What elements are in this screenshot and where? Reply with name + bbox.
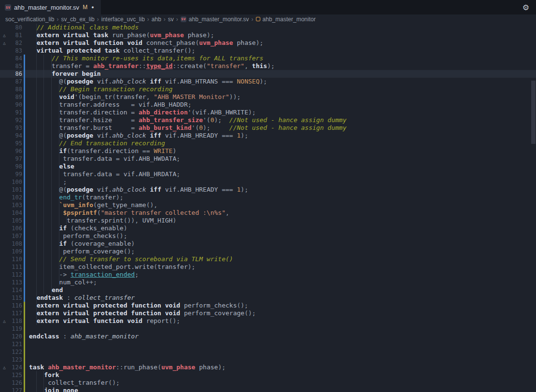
line-number[interactable]: 114 [9, 286, 22, 294]
code-line-86[interactable]: 86forever begin [0, 70, 536, 78]
line-number[interactable]: 95 [9, 140, 22, 147]
line-number[interactable]: 89 [9, 93, 22, 101]
code-line-85[interactable]: 85transfer = ahb_transfer::type_id::crea… [0, 62, 536, 70]
line-number[interactable]: 102 [9, 194, 22, 201]
line-number[interactable]: 90 [9, 101, 22, 109]
code-line-106[interactable]: 106if (checks_enable) [0, 224, 536, 232]
code-line-102[interactable]: 102end_tr(transfer); [0, 194, 536, 201]
code-line-98[interactable]: 98else [0, 163, 536, 170]
code-line-114[interactable]: 114end [0, 286, 536, 294]
line-number[interactable]: 96 [9, 147, 22, 155]
line-number[interactable]: 84 [9, 55, 22, 62]
code-line-121[interactable]: 121 [0, 340, 536, 348]
code-line-105[interactable]: 105transfer.sprint()), UVM_HIGH) [0, 217, 536, 224]
line-number[interactable]: 117 [9, 309, 22, 317]
line-number[interactable]: 118 [9, 317, 22, 325]
line-number[interactable]: 112 [9, 271, 22, 279]
code-line-80[interactable]: 80// Additional class methods [0, 24, 536, 31]
gear-icon[interactable]: ⚙ [516, 0, 536, 14]
line-number[interactable]: 126 [9, 379, 22, 387]
code-line-97[interactable]: 97transfer.data = vif.AHB_HWDATA; [0, 155, 536, 163]
line-number[interactable]: 92 [9, 116, 22, 124]
code-line-110[interactable]: 110// Send transfer to scoreboard via TL… [0, 255, 536, 263]
code-line-103[interactable]: 103`uvm_info(get_type_name(), [0, 201, 536, 209]
line-number[interactable]: 119 [9, 325, 22, 333]
line-number[interactable]: 115 [9, 294, 22, 302]
line-number[interactable]: 127 [9, 387, 22, 392]
code-line-117[interactable]: 117extern virtual protected function voi… [0, 309, 536, 317]
line-number[interactable]: 91 [9, 109, 22, 116]
line-number[interactable]: 123 [9, 356, 22, 364]
line-number[interactable]: 94 [9, 132, 22, 140]
line-number[interactable]: 111 [9, 263, 22, 271]
code-line-104[interactable]: 104$psprintf("master transfer collected … [0, 209, 536, 217]
breadcrumb-item-ahb_master_monitor[interactable]: ahb_master_monitor [255, 16, 316, 23]
line-number[interactable]: 109 [9, 248, 22, 255]
tab-ahb-master-monitor[interactable]: ahb_master_monitor.sv M ● [0, 0, 101, 14]
line-number[interactable]: 81 [9, 31, 22, 39]
code-line-99[interactable]: 99transfer.data = vif.AHB_HRDATA; [0, 170, 536, 178]
code-line-120[interactable]: 120endclass : ahb_master_monitor [0, 333, 536, 340]
line-number[interactable]: 99 [9, 170, 22, 178]
line-number[interactable]: 88 [9, 85, 22, 93]
breadcrumb-item-sv_cb_ex_lib[interactable]: sv_cb_ex_lib [60, 16, 95, 23]
breadcrumb-item-ahb[interactable]: ahb [151, 16, 162, 23]
code-line-111[interactable]: 111item_collected_port.write(transfer); [0, 263, 536, 271]
code-line-113[interactable]: 113num_col++; [0, 279, 536, 286]
code-line-107[interactable]: 107perform_checks(); [0, 232, 536, 240]
code-line-84[interactable]: 84// This monitor re-uses its data,items… [0, 55, 536, 62]
code-line-108[interactable]: 108if (coverage_enable) [0, 240, 536, 248]
line-number[interactable]: 125 [9, 371, 22, 379]
code-line-116[interactable]: 116extern virtual protected function voi… [0, 302, 536, 309]
line-number[interactable]: 93 [9, 124, 22, 132]
code-line-112[interactable]: 112-> transaction_ended; [0, 271, 536, 279]
code-line-122[interactable]: 122 [0, 348, 536, 356]
line-number[interactable]: 120 [9, 333, 22, 340]
line-number[interactable]: 107 [9, 232, 22, 240]
line-number[interactable]: 116 [9, 302, 22, 309]
unsaved-dot-icon[interactable]: ● [91, 5, 94, 10]
code-line-89[interactable]: 89void'(begin_tr(transfer, "AHB MASTER M… [0, 93, 536, 101]
code-line-92[interactable]: 92transfer.hsize = ahb_transfer_size'(0)… [0, 116, 536, 124]
code-editor[interactable]: 80// Additional class methods△81extern v… [0, 24, 536, 392]
line-number[interactable]: 105 [9, 217, 22, 224]
line-number[interactable]: 122 [9, 348, 22, 356]
code-line-88[interactable]: 88// Begin transaction recording [0, 85, 536, 93]
code-line-123[interactable]: 123 [0, 356, 536, 364]
line-number[interactable]: 108 [9, 240, 22, 248]
line-number[interactable]: 87 [9, 78, 22, 85]
breadcrumb-item-ahb_master_monitor.sv[interactable]: ahb_master_monitor.sv [180, 16, 250, 23]
code-line-90[interactable]: 90transfer.address = vif.AHB_HADDR; [0, 101, 536, 109]
code-line-125[interactable]: 125fork [0, 371, 536, 379]
line-number[interactable]: 110 [9, 255, 22, 263]
code-line-87[interactable]: 87@(posedge vif.ahb_clock iff vif.AHB_HT… [0, 78, 536, 85]
line-number[interactable]: 106 [9, 224, 22, 232]
line-number[interactable]: 80 [9, 24, 22, 31]
line-number[interactable]: 97 [9, 155, 22, 163]
line-number[interactable]: 104 [9, 209, 22, 217]
line-number[interactable]: 121 [9, 340, 22, 348]
line-number[interactable]: 86 [9, 70, 22, 78]
code-line-91[interactable]: 91transfer.direction = ahb_direction'(vi… [0, 109, 536, 116]
code-line-94[interactable]: 94@(posedge vif.ahb_clock iff vif.AHB_HR… [0, 132, 536, 140]
line-number[interactable]: 83 [9, 47, 22, 55]
code-line-100[interactable]: 100; [0, 178, 536, 186]
line-number[interactable]: 101 [9, 186, 22, 194]
line-number[interactable]: 85 [9, 62, 22, 70]
code-line-124[interactable]: △124task ahb_master_monitor::run_phase(u… [0, 364, 536, 371]
code-line-96[interactable]: 96if(transfer.direction == WRITE) [0, 147, 536, 155]
code-line-127[interactable]: 127join_none [0, 387, 536, 392]
code-line-101[interactable]: 101@(posedge vif.ahb_clock iff vif.AHB_H… [0, 186, 536, 194]
code-line-83[interactable]: 83virtual protected task collect_transfe… [0, 47, 536, 55]
breadcrumb-item-soc_verification_lib[interactable]: soc_verification_lib [5, 16, 55, 23]
code-line-93[interactable]: 93transfer.burst = ahb_burst_kind'(0); /… [0, 124, 536, 132]
line-number[interactable]: 82 [9, 39, 22, 47]
code-line-109[interactable]: 109perform_coverage(); [0, 248, 536, 255]
code-line-118[interactable]: △118extern virtual function void report(… [0, 317, 536, 325]
line-number[interactable]: 124 [9, 364, 22, 371]
breadcrumb-item-sv[interactable]: sv [168, 16, 174, 23]
line-number[interactable]: 103 [9, 201, 22, 209]
breadcrumb-item-interface_uvc_lib[interactable]: interface_uvc_lib [101, 16, 145, 23]
line-number[interactable]: 98 [9, 163, 22, 170]
code-line-82[interactable]: △82extern virtual function void connect_… [0, 39, 536, 47]
